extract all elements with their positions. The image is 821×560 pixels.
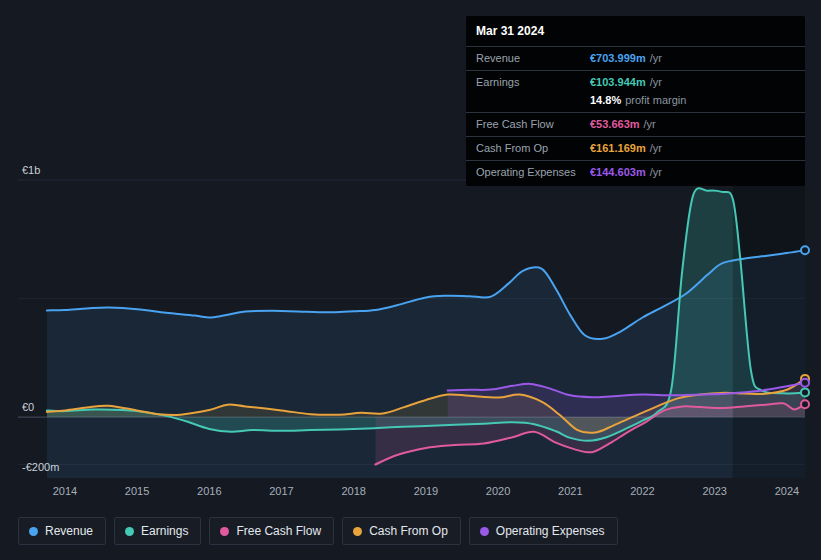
tooltip-row-value: €53.663m <box>590 117 640 131</box>
tooltip-row-label: Earnings <box>476 75 590 89</box>
y-axis-label: €1b <box>22 164 40 176</box>
x-axis-label: 2023 <box>702 485 726 497</box>
legend: RevenueEarningsFree Cash FlowCash From O… <box>18 517 618 545</box>
tooltip-row-value: €161.169m <box>590 141 646 155</box>
tooltip-row-label: Free Cash Flow <box>476 117 590 131</box>
tooltip-row-label: Revenue <box>476 51 590 65</box>
x-axis-label: 2024 <box>775 485 799 497</box>
x-axis-label: 2015 <box>125 485 149 497</box>
series-endpoint-operating-expenses <box>801 379 809 387</box>
tooltip-row-suffix: profit margin <box>625 93 686 107</box>
tooltip-date: Mar 31 2024 <box>466 16 805 43</box>
tooltip-row-suffix: /yr <box>650 165 662 179</box>
y-axis-label: €0 <box>22 401 34 413</box>
legend-label: Revenue <box>45 524 93 538</box>
tooltip-row-suffix: /yr <box>644 117 656 131</box>
x-axis-label: 2022 <box>630 485 654 497</box>
tooltip-row-suffix: /yr <box>650 51 662 65</box>
legend-label: Operating Expenses <box>496 524 605 538</box>
legend-item-revenue[interactable]: Revenue <box>18 517 106 545</box>
tooltip-row-free-cash-flow: Free Cash Flow€53.663m/yr <box>466 112 805 133</box>
earnings-legend-dot-icon <box>125 527 134 536</box>
series-endpoint-free-cash-flow <box>801 400 809 408</box>
series-endpoint-earnings <box>801 388 809 396</box>
tooltip-row-value: 14.8% <box>590 93 621 107</box>
x-axis-label: 2017 <box>269 485 293 497</box>
tooltip-row-suffix: /yr <box>650 141 662 155</box>
operating-expenses-legend-dot-icon <box>480 527 489 536</box>
tooltip-row-cash-from-op: Cash From Op€161.169m/yr <box>466 136 805 157</box>
legend-label: Earnings <box>141 524 188 538</box>
chart-tooltip: Mar 31 2024 Revenue€703.999m/yrEarnings€… <box>466 16 805 186</box>
series-endpoint-revenue <box>801 246 809 254</box>
tooltip-rows: Revenue€703.999m/yrEarnings€103.944m/yr1… <box>466 46 805 181</box>
revenue-legend-dot-icon <box>29 527 38 536</box>
cash-from-op-legend-dot-icon <box>353 527 362 536</box>
legend-item-earnings[interactable]: Earnings <box>114 517 201 545</box>
x-axis-label: 2014 <box>53 485 77 497</box>
x-axis-label: 2016 <box>197 485 221 497</box>
y-axis-label: -€200m <box>22 461 59 473</box>
x-axis-label: 2019 <box>414 485 438 497</box>
free-cash-flow-legend-dot-icon <box>220 527 229 536</box>
tooltip-row-label: Operating Expenses <box>476 165 590 179</box>
legend-item-operating-expenses[interactable]: Operating Expenses <box>469 517 618 545</box>
x-axis-label: 2021 <box>558 485 582 497</box>
tooltip-row-suffix: /yr <box>650 75 662 89</box>
tooltip-row-value: €144.603m <box>590 165 646 179</box>
legend-item-cash-from-op[interactable]: Cash From Op <box>342 517 461 545</box>
tooltip-row-label: Cash From Op <box>476 141 590 155</box>
highlight-band <box>733 180 805 478</box>
tooltip-row-value: €703.999m <box>590 51 646 65</box>
x-axis-label: 2020 <box>486 485 510 497</box>
legend-label: Free Cash Flow <box>236 524 321 538</box>
tooltip-row-revenue: Revenue€703.999m/yr <box>466 46 805 67</box>
legend-item-free-cash-flow[interactable]: Free Cash Flow <box>209 517 334 545</box>
legend-label: Cash From Op <box>369 524 448 538</box>
tooltip-row-operating-expenses: Operating Expenses€144.603m/yr <box>466 160 805 181</box>
x-axis-label: 2018 <box>341 485 365 497</box>
tooltip-row-profit-margin: 14.8%profit margin <box>466 91 805 109</box>
tooltip-row-value: €103.944m <box>590 75 646 89</box>
tooltip-row-earnings: Earnings€103.944m/yr <box>466 70 805 91</box>
